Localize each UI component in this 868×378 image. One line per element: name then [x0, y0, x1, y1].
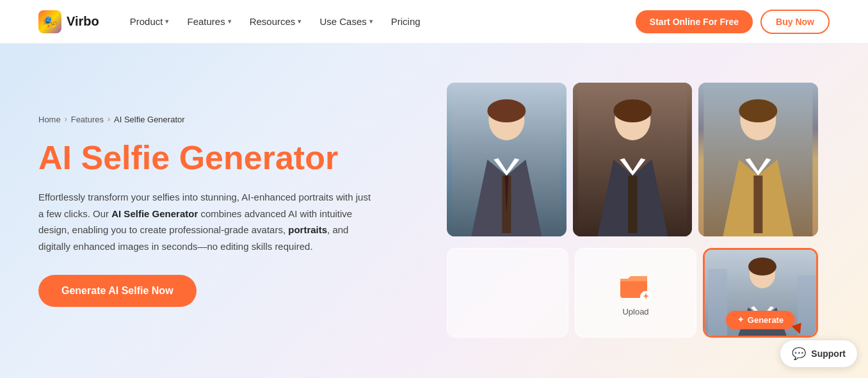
support-button[interactable]: 💬 Support [780, 340, 858, 368]
nav-features-label: Features [187, 16, 225, 27]
generate-button[interactable]: ✦ Generate [726, 311, 795, 329]
photo-row [447, 83, 818, 236]
breadcrumb: Home › Features › AI Selfie Generator [38, 115, 371, 124]
portrait-photo-2 [573, 83, 693, 236]
svg-rect-7 [628, 176, 637, 233]
svg-point-19 [748, 258, 776, 275]
chevron-down-icon: ▾ [369, 17, 373, 26]
portrait-photo-1 [447, 83, 567, 236]
upload-label: Upload [622, 307, 648, 316]
hero-section: Home › Features › AI Selfie Generator AI… [0, 44, 868, 378]
generate-selfie-button[interactable]: Generate AI Selfie Now [38, 275, 197, 307]
svg-text:+: + [643, 291, 648, 301]
breadcrumb-home[interactable]: Home [38, 115, 61, 124]
nav-resources[interactable]: Resources ▾ [242, 11, 310, 32]
chevron-down-icon: ▾ [165, 17, 169, 26]
chevron-down-icon: ▾ [298, 17, 301, 26]
breadcrumb-current: AI Selfie Generator [114, 115, 185, 124]
svg-point-10 [739, 99, 778, 122]
support-label: Support [811, 349, 846, 359]
breadcrumb-sep-2: › [108, 115, 110, 124]
svg-point-6 [613, 99, 652, 122]
nav-features[interactable]: Features ▾ [179, 11, 239, 32]
chat-icon: 💬 [792, 347, 806, 361]
nav-product[interactable]: Product ▾ [122, 11, 177, 32]
buy-now-button[interactable]: Buy Now [760, 10, 830, 34]
nav-right: Start Online For Free Buy Now [636, 10, 830, 34]
page-title: AI Selfie Generator [38, 140, 371, 176]
nav-left: 🎭 Virbo Product ▾ Features ▾ Resources ▾… [38, 10, 428, 33]
brand-name: Virbo [67, 14, 99, 29]
breadcrumb-features[interactable]: Features [71, 115, 104, 124]
nav-resources-label: Resources [250, 16, 296, 27]
upload-icon: + [619, 268, 652, 302]
generate-card: ✦ Generate [703, 248, 818, 338]
breadcrumb-sep-1: › [65, 115, 67, 124]
collage-bottom: + Upload [447, 246, 818, 339]
hero-description: Effortlessly transform your selfies into… [38, 189, 371, 254]
svg-rect-11 [754, 176, 763, 233]
nav-menu: Product ▾ Features ▾ Resources ▾ Use Cas… [122, 11, 428, 32]
nav-use-cases[interactable]: Use Cases ▾ [312, 11, 380, 32]
image-collage: + Upload [447, 83, 818, 339]
nav-use-cases-label: Use Cases [319, 16, 366, 27]
navbar: 🎭 Virbo Product ▾ Features ▾ Resources ▾… [0, 0, 868, 44]
nav-pricing[interactable]: Pricing [383, 11, 428, 32]
upload-card[interactable]: + Upload [575, 248, 696, 338]
empty-area [447, 248, 568, 338]
hero-right: + Upload [410, 44, 868, 378]
svg-rect-16 [708, 269, 727, 338]
logo-icon: 🎭 [38, 10, 61, 33]
nav-product-label: Product [130, 16, 163, 27]
svg-point-2 [487, 99, 526, 122]
star-icon: ✦ [737, 315, 744, 324]
start-online-button[interactable]: Start Online For Free [636, 10, 753, 33]
hero-left: Home › Features › AI Selfie Generator AI… [0, 44, 410, 378]
portrait-photo-3 [698, 83, 818, 236]
chevron-down-icon: ▾ [228, 17, 232, 26]
logo[interactable]: 🎭 Virbo [38, 10, 99, 33]
